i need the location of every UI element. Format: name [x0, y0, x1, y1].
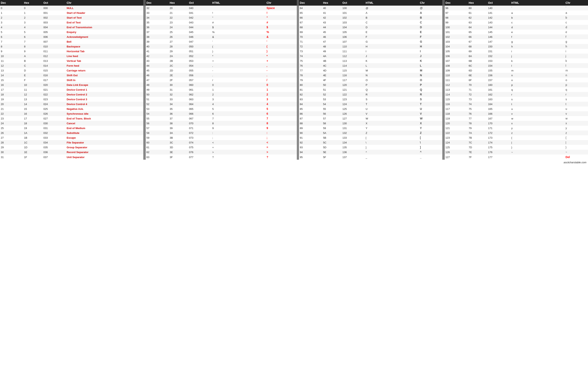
cell-hex2: 27	[169, 39, 188, 44]
cell-hex4: 64	[468, 25, 487, 30]
table-row: 301E036Record Separator623E076>>945E136^…	[0, 150, 588, 155]
cell-oct4: 157	[487, 78, 511, 82]
separator-cell2	[297, 121, 299, 126]
cell-name1: Enquiry	[66, 30, 143, 34]
cell-hex2: 3C	[169, 140, 188, 145]
cell-dec1: 12	[0, 63, 23, 68]
cell-dec2: 61	[146, 145, 169, 150]
cell-html3: D	[365, 25, 419, 30]
cell-dec2: 47	[146, 78, 169, 82]
cell-oct1: 034	[43, 140, 66, 145]
cell-hex2: 3E	[169, 150, 188, 155]
cell-html4: j	[511, 54, 565, 58]
cell-html3: O	[365, 78, 419, 82]
cell-html4: c	[511, 20, 565, 25]
cell-dec4: 124	[445, 140, 468, 145]
separator-cell2	[297, 6, 299, 10]
cell-dec2: 50	[146, 92, 169, 97]
cell-chr3: Q	[419, 87, 442, 92]
cell-oct4: 167	[487, 116, 511, 121]
cell-hex3: 49	[322, 49, 342, 54]
separator-cell3	[442, 68, 445, 73]
cell-html3: P	[365, 82, 419, 87]
cell-chr3: P	[419, 82, 442, 87]
cell-hex1: 4	[23, 25, 43, 30]
cell-dec3: 75	[299, 58, 322, 63]
cell-oct3: 104	[342, 25, 365, 30]
cell-chr2: =	[266, 145, 297, 150]
cell-oct3: 100	[342, 6, 365, 10]
cell-dec4: 112	[445, 82, 468, 87]
cell-oct1: 007	[43, 39, 66, 44]
cell-dec1: 8	[0, 44, 23, 49]
cell-oct3: 103	[342, 20, 365, 25]
cell-html2: ;	[211, 135, 266, 140]
cell-dec3: 74	[299, 54, 322, 58]
cell-oct2: 074	[188, 140, 211, 145]
cell-dec1: 23	[0, 116, 23, 121]
separator-cell3	[442, 58, 445, 63]
table-row: 44004End of Transmission3624044$$6844104…	[0, 25, 588, 30]
separator-cell	[143, 102, 146, 107]
cell-name1: Device Control 4	[66, 102, 143, 107]
separator-cell	[143, 121, 146, 126]
cell-hex4: 67	[468, 39, 487, 44]
cell-hex2: 24	[169, 25, 188, 30]
cell-oct4: 177	[487, 155, 511, 160]
cell-hex1: 13	[23, 97, 43, 102]
cell-chr3: O	[419, 78, 442, 82]
separator-cell2	[297, 63, 299, 68]
separator-cell2	[297, 150, 299, 155]
cell-html3: ^	[365, 150, 419, 155]
cell-name1: Vertical Tab	[66, 58, 143, 63]
cell-hex3: 5E	[322, 150, 342, 155]
cell-oct1: 024	[43, 102, 66, 107]
cell-oct1: 005	[43, 30, 66, 34]
separator-cell	[143, 150, 146, 155]
cell-oct2: 072	[188, 130, 211, 135]
cell-hex1: 1F	[23, 155, 43, 160]
cell-dec1: 26	[0, 130, 23, 135]
header-oct2: Oct	[188, 0, 211, 6]
separator-cell	[143, 54, 146, 58]
cell-oct3: 114	[342, 63, 365, 68]
cell-oct3: 122	[342, 92, 365, 97]
cell-html4: y	[511, 126, 565, 130]
separator-2	[297, 0, 299, 6]
cell-hex4: 77	[468, 116, 487, 121]
separator-cell	[143, 140, 146, 145]
cell-dec3: 84	[299, 102, 322, 107]
cell-chr3: K	[419, 58, 442, 63]
separator-cell3	[442, 20, 445, 25]
cell-chr3: T	[419, 102, 442, 107]
cell-hex1: 3	[23, 20, 43, 25]
cell-chr4: ~	[565, 150, 588, 155]
separator-cell2	[297, 116, 299, 121]
cell-dec4: 102	[445, 34, 468, 39]
cell-html3: X	[365, 121, 419, 126]
cell-hex2: 29	[169, 49, 188, 54]
cell-html2: *	[211, 54, 266, 58]
cell-dec3: 64	[299, 6, 322, 10]
cell-hex4: 7E	[468, 150, 487, 155]
cell-dec3: 79	[299, 78, 322, 82]
cell-html2: =	[211, 145, 266, 150]
separator-cell2	[297, 145, 299, 150]
cell-dec4: 104	[445, 44, 468, 49]
cell-oct4: 170	[487, 121, 511, 126]
cell-oct1: 012	[43, 54, 66, 58]
separator-cell	[143, 58, 146, 63]
separator-cell	[143, 44, 146, 49]
cell-hex1: 8	[23, 44, 43, 49]
cell-hex2: 34	[169, 102, 188, 107]
cell-oct2: 071	[188, 126, 211, 130]
cell-html3: G	[365, 39, 419, 44]
separator-cell3	[442, 15, 445, 20]
cell-chr2: -	[266, 68, 297, 73]
table-row: 2418030Cancel5638070888858130XX12078170x…	[0, 121, 588, 126]
cell-html2: -	[211, 68, 266, 73]
cell-dec2: 52	[146, 102, 169, 107]
cell-hex2: 30	[169, 82, 188, 87]
separator-cell2	[297, 68, 299, 73]
header-hex4: Hex	[468, 0, 487, 6]
